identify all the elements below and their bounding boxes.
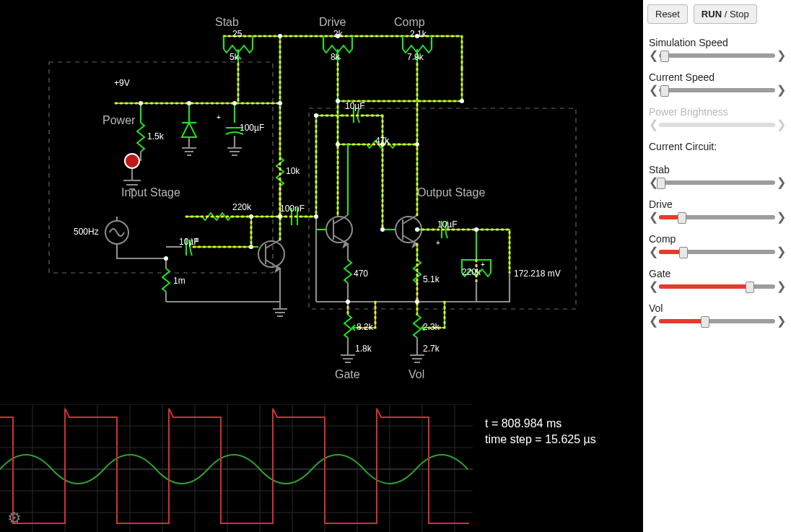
val-srcfreq: 500Hz xyxy=(74,227,99,237)
slider-inc-gate[interactable]: ❯ xyxy=(777,281,785,292)
slider-dec-gate[interactable]: ❮ xyxy=(649,281,657,292)
val-r10k: 10k xyxy=(286,166,300,176)
slider-vol: Vol❮❯ xyxy=(643,292,791,327)
slider-label-gate: Gate xyxy=(649,268,785,279)
control-panel: Reset RUN / Stop Simulation Speed❮❯Curre… xyxy=(643,0,791,532)
val-routfb: 220k xyxy=(462,267,481,277)
slider-label-sim-speed: Simulation Speed xyxy=(649,37,785,48)
slider-gate: Gate❮❯ xyxy=(643,258,791,292)
current-circuit-label: Current Circuit: xyxy=(643,131,791,154)
schematic-svg: + xyxy=(0,0,643,404)
svg-point-50 xyxy=(460,99,464,103)
svg-point-36 xyxy=(336,142,340,147)
ground-gate xyxy=(341,355,355,362)
resistor-power xyxy=(137,103,144,161)
slider-dec-vol[interactable]: ❮ xyxy=(649,315,657,327)
slider-dec-pow-bright: ❮ xyxy=(649,119,657,131)
val-volbot: 2.7k xyxy=(423,344,440,354)
svg-point-32 xyxy=(278,34,282,38)
val-cpower: 100µF xyxy=(240,123,264,133)
slider-thumb-gate[interactable] xyxy=(746,282,754,293)
run-label: RUN xyxy=(702,9,722,19)
slider-track-vol[interactable] xyxy=(659,319,775,323)
slider-stab: Stab❮❯ xyxy=(643,154,791,188)
pot-stab xyxy=(224,36,280,103)
gear-icon[interactable]: ⚙ xyxy=(7,509,22,528)
slider-drive: Drive❮❯ xyxy=(643,188,791,223)
slider-inc-stab[interactable]: ❯ xyxy=(777,177,785,188)
val-rin: 1m xyxy=(173,276,185,286)
slider-dec-stab[interactable]: ❮ xyxy=(649,177,657,188)
group-output-stage xyxy=(309,108,576,309)
val-gatebot: 1.8k xyxy=(355,344,372,354)
svg-point-40 xyxy=(314,214,318,219)
val-comppot: 7.9k xyxy=(407,52,424,62)
val-voltop: 2.3k xyxy=(423,322,440,332)
svg-point-49 xyxy=(314,113,318,118)
slider-track-drive[interactable] xyxy=(659,215,775,219)
power-led xyxy=(125,154,139,168)
slider-thumb-sim-speed[interactable] xyxy=(660,51,669,62)
bjt-out1 xyxy=(326,215,352,247)
val-rail: +9V xyxy=(114,78,130,88)
slider-track-cur-speed[interactable] xyxy=(659,88,775,92)
stop-label: Stop xyxy=(730,9,749,19)
svg-point-38 xyxy=(278,214,282,219)
slider-label-drive: Drive xyxy=(649,199,785,210)
slider-label-cur-speed: Current Speed xyxy=(649,71,785,83)
svg-marker-1 xyxy=(182,123,196,137)
slider-track-pow-bright xyxy=(659,123,775,127)
val-r470: 470 xyxy=(354,269,368,279)
run-stop-button[interactable]: RUN / Stop xyxy=(694,4,757,24)
resistor-10k xyxy=(276,157,284,186)
svg-point-43 xyxy=(415,227,419,232)
slider-inc-comp[interactable]: ❯ xyxy=(777,246,785,258)
slider-thumb-comp[interactable] xyxy=(679,247,688,258)
slider-dec-cur-speed[interactable]: ❮ xyxy=(649,84,657,96)
val-drivetop: 2k xyxy=(333,29,343,39)
slider-thumb-cur-speed[interactable] xyxy=(660,85,669,97)
slider-track-stab[interactable] xyxy=(659,180,775,185)
slider-inc-sim-speed[interactable]: ❯ xyxy=(777,50,785,61)
group-input-stage xyxy=(49,62,273,273)
label-gate: Gate xyxy=(335,368,360,381)
val-meter: 172.218 mV xyxy=(514,269,561,279)
diode-rail xyxy=(182,123,196,148)
val-drivepot: 8k xyxy=(331,52,340,62)
slider-inc-vol[interactable]: ❯ xyxy=(777,315,785,327)
val-c10uFtop: 10µF xyxy=(345,101,365,111)
slider-label-vol: Vol xyxy=(649,302,785,314)
run-sep: / xyxy=(722,9,730,19)
resistor-1m xyxy=(162,269,170,292)
svg-text:+: + xyxy=(217,113,221,121)
val-cout: 10µF xyxy=(437,219,458,230)
val-stabtop: 25 xyxy=(232,29,242,39)
slider-dec-comp[interactable]: ❮ xyxy=(649,246,657,258)
label-output-stage: Output Stage xyxy=(417,186,485,199)
slider-track-gate[interactable] xyxy=(659,284,775,289)
slider-thumb-vol[interactable] xyxy=(701,316,709,328)
svg-point-31 xyxy=(278,101,282,105)
slider-track-comp[interactable] xyxy=(659,250,775,254)
val-stabpot: 5k xyxy=(230,52,239,62)
reset-button[interactable]: Reset xyxy=(647,4,688,24)
slider-dec-sim-speed[interactable]: ❮ xyxy=(649,50,657,61)
svg-point-39 xyxy=(249,214,253,219)
svg-point-37 xyxy=(415,142,419,147)
scope-time: t = 808.984 ms xyxy=(485,417,561,430)
slider-inc-drive[interactable]: ❯ xyxy=(777,212,785,223)
val-cin: 10µF xyxy=(179,237,199,247)
svg-point-45 xyxy=(346,300,350,304)
slider-dec-drive[interactable]: ❮ xyxy=(649,212,657,223)
label-vol: Vol xyxy=(408,368,424,381)
simulation-canvas[interactable]: + xyxy=(0,0,643,532)
resistor-470 xyxy=(344,260,351,283)
slider-thumb-drive[interactable] xyxy=(678,212,686,224)
slider-thumb-stab[interactable] xyxy=(657,178,665,189)
label-power: Power xyxy=(102,114,135,127)
slider-sim-speed: Simulation Speed❮❯ xyxy=(643,27,791,61)
svg-text:+: + xyxy=(436,239,440,247)
svg-point-48 xyxy=(249,245,253,249)
slider-track-sim-speed[interactable] xyxy=(659,53,775,58)
slider-inc-cur-speed[interactable]: ❯ xyxy=(777,84,785,96)
